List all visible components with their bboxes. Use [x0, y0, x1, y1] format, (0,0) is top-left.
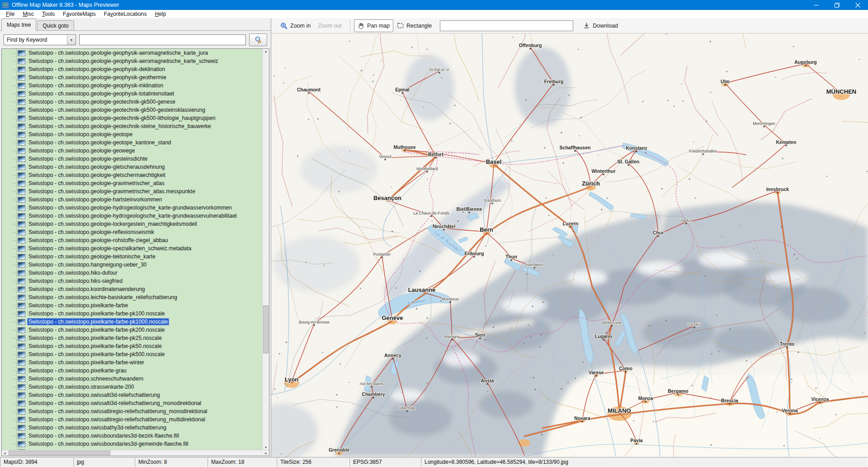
- scroll-left-icon[interactable]: ◄: [3, 452, 6, 455]
- tree-item[interactable]: Swisstopo - ch.swisstopo.pixelkarte-farb…: [2, 350, 262, 358]
- tree-item[interactable]: Swisstopo - ch.swisstopo.geologie-geophy…: [2, 73, 262, 81]
- minimize-button[interactable]: [806, 0, 826, 10]
- tree-item-label: Swisstopo - ch.swisstopo.geologie-gravim…: [27, 180, 166, 187]
- tree-item[interactable]: Swisstopo - ch.swisstopo.geologie-tekton…: [2, 253, 262, 261]
- map-city-label: Sion: [475, 332, 486, 338]
- tree-item[interactable]: Swisstopo - ch.swisstopo.pixelkarte-farb…: [2, 342, 262, 350]
- map-layer-icon: [18, 425, 25, 431]
- tree-item[interactable]: Swisstopo - ch.swisstopo.geologie-hydrog…: [2, 204, 262, 212]
- tree-item[interactable]: Swisstopo - ch.swisstopo.geologie-gravim…: [2, 179, 262, 187]
- tree-item[interactable]: Swisstopo - ch.swisstopo.pixelkarte-farb…: [2, 301, 262, 310]
- tree-item[interactable]: Swisstopo - ch.swisstopo.geologie-geotop…: [2, 130, 262, 138]
- tree-item[interactable]: Swisstopo - ch.swisstopo.hangneigung-ueb…: [2, 261, 262, 269]
- tree-item[interactable]: Swisstopo - ch.swisstopo.geologie-geophy…: [2, 57, 262, 65]
- menu-favoritelocations[interactable]: FavoriteLocations: [100, 10, 151, 18]
- map-layer-icon: [18, 75, 25, 81]
- chevron-down-icon[interactable]: ▼: [67, 35, 75, 45]
- tree-item[interactable]: Swisstopo - ch.swisstopo.geologie-gestei…: [2, 155, 262, 163]
- map-layer-icon: [18, 213, 25, 219]
- tree-vertical-scrollbar[interactable]: ▲ ▼: [262, 49, 269, 450]
- tree-item[interactable]: Swisstopo - ch.swisstopo.pixelkarte-farb…: [2, 334, 262, 342]
- scroll-up-icon[interactable]: ▲: [264, 50, 268, 53]
- tree-vscroll-thumb[interactable]: [263, 305, 269, 353]
- tree-item[interactable]: Swisstopo - ch.swisstopo.geologie-reflex…: [2, 228, 262, 236]
- zoom-out-button[interactable]: Zoom out: [314, 20, 345, 32]
- scroll-down-icon[interactable]: ▼: [264, 446, 268, 449]
- close-button[interactable]: [847, 0, 868, 10]
- map-layer-icon: [18, 352, 25, 357]
- pan-map-label: Pan map: [367, 23, 390, 29]
- tree-item[interactable]: Swisstopo - ch.swisstopo.hiks-siegfried: [2, 277, 262, 285]
- map-layer-icon: [18, 360, 25, 366]
- zoom-in-button[interactable]: Zoom in: [277, 19, 314, 32]
- tree-item[interactable]: Swisstopo - ch.swisstopo.swissboundaries…: [2, 440, 262, 448]
- tree-item-label: Swisstopo - ch.swisstopo.pixelkarte-farb…: [27, 302, 129, 309]
- map-toolbar-input[interactable]: [440, 20, 573, 31]
- tree-item[interactable]: Swisstopo - ch.swisstopo.schneeschuhwand…: [2, 375, 262, 383]
- search-input[interactable]: [79, 34, 246, 45]
- map-layer-icon: [18, 156, 25, 162]
- tree-item-label: Swisstopo - ch.swisstopo.swissalti3d-rel…: [27, 391, 161, 399]
- tree-item[interactable]: Swisstopo - ch.swisstopo.swissaltiregio-…: [2, 407, 262, 415]
- title-bar: Offline Map Maker 8.363 - Maps Previewer: [0, 0, 868, 10]
- tree-item[interactable]: Swisstopo - ch.swisstopo.swissalti3d-rel…: [2, 391, 262, 399]
- town-marker: [529, 48, 531, 49]
- find-mode-select[interactable]: Find by Keyword ▼: [4, 34, 76, 45]
- menu-tools[interactable]: Tools: [38, 10, 59, 18]
- tree-item[interactable]: Swisstopo - ch.swisstopo.strassenkarte-2…: [2, 383, 262, 391]
- menu-misc[interactable]: Misc: [19, 10, 38, 18]
- tree-item[interactable]: Swisstopo - ch.swisstopo.geologie-geotec…: [2, 122, 262, 130]
- tab-maps-tree[interactable]: Maps tree: [1, 19, 36, 31]
- tree-item[interactable]: Swisstopo - ch.swisstopo.geologie-geophy…: [2, 65, 262, 73]
- tree-item[interactable]: Swisstopo - ch.swisstopo.geologie-geotec…: [2, 114, 262, 122]
- tree-item[interactable]: Swisstopo - ch.swisstopo.geologie-gletsc…: [2, 163, 262, 171]
- tree-item[interactable]: Swisstopo - ch.swisstopo.pixelkarte-grau: [2, 367, 262, 375]
- menu-file[interactable]: File: [2, 10, 19, 18]
- tree-item[interactable]: Swisstopo - ch.swisstopo.geologie-geotec…: [2, 106, 262, 114]
- tree-item[interactable]: Swisstopo - ch.swisstopo.swissaltiregio-…: [2, 415, 262, 424]
- tree-item[interactable]: Swisstopo - ch.swisstopo.pixelkarte-farb…: [2, 326, 262, 334]
- tree-item[interactable]: Swisstopo - ch.swisstopo.swissboundaries…: [2, 432, 262, 440]
- map-city-label: Monza: [638, 396, 653, 401]
- tree-item[interactable]: Swisstopo - ch.swisstopo.geologie-spezia…: [2, 244, 262, 253]
- tree-guide: [13, 110, 17, 110]
- tree-item[interactable]: Swisstopo - ch.swisstopo.geologie-geophy…: [2, 90, 262, 98]
- tree-item[interactable]: Swisstopo - ch.swisstopo.geologie-hartst…: [2, 195, 262, 204]
- download-button[interactable]: Download: [580, 19, 622, 32]
- rectangle-button[interactable]: Rectangle: [393, 19, 435, 32]
- tree-item[interactable]: Swisstopo - ch.swisstopo.swissbathy3d-re…: [2, 424, 262, 432]
- search-button[interactable]: [249, 33, 267, 46]
- tree-guide: [13, 273, 17, 273]
- tree-item[interactable]: Swisstopo - ch.swisstopo.pixelkarte-farb…: [2, 358, 262, 367]
- tree-item[interactable]: Swisstopo - ch.swisstopo.swissalti3d-rel…: [2, 399, 262, 407]
- tree-item[interactable]: Swisstopo - ch.swisstopo.geologie-geotop…: [2, 138, 262, 147]
- tree-item[interactable]: Swisstopo - ch.swisstopo.geologie-geophy…: [2, 81, 262, 90]
- tree-horizontal-scrollbar[interactable]: ◄ ►: [2, 450, 269, 456]
- tree-item[interactable]: Swisstopo - ch.swisstopo.leichte-basiska…: [2, 293, 262, 301]
- tree-item[interactable]: Swisstopo - ch.swisstopo.hiks-dufour: [2, 269, 262, 277]
- restore-button[interactable]: [826, 0, 847, 10]
- tree-item[interactable]: Swisstopo - ch.swisstopo.geologie-rohsto…: [2, 236, 262, 244]
- tree-item[interactable]: Swisstopo - ch.swisstopo.geologie-geoweg…: [2, 147, 262, 155]
- tree-item[interactable]: Swisstopo - ch.swisstopo.geologie-locker…: [2, 220, 262, 228]
- tree-item[interactable]: Swisstopo - ch.swisstopo.geologie-geotec…: [2, 98, 262, 106]
- tree-item[interactable]: Swisstopo - ch.swisstopo.pixelkarte-farb…: [2, 318, 262, 326]
- tree-hscroll-thumb[interactable]: [9, 451, 110, 455]
- tree-item[interactable]: Swisstopo - ch.swisstopo.geologie-geophy…: [2, 49, 262, 57]
- tree-item[interactable]: Swisstopo - ch.swisstopo.geologie-gletsc…: [2, 171, 262, 179]
- tree-item[interactable]: Swisstopo - ch.swisstopo.pixelkarte-farb…: [2, 310, 262, 318]
- tree-item[interactable]: Swisstopo - ch.swisstopo.koordinatenaend…: [2, 285, 262, 293]
- status-cell: MapsID: 3894: [0, 457, 73, 467]
- maps-tree[interactable]: Swisstopo - ch.swisstopo.geologie-geophy…: [2, 49, 262, 450]
- menu-favoritemaps[interactable]: FavoriteMaps: [59, 10, 100, 18]
- map-viewport[interactable]: MÜNCHENMILANOZürichBaselBernGenèveLausan…: [271, 33, 868, 457]
- restore-icon: [835, 3, 840, 8]
- scroll-right-icon[interactable]: ►: [264, 452, 268, 455]
- menu-help[interactable]: Help: [151, 10, 170, 18]
- map-layer-icon: [18, 343, 25, 349]
- tree-item[interactable]: Swisstopo - ch.swisstopo.geologie-hydrog…: [2, 212, 262, 220]
- tab-quick-goto[interactable]: Quick goto: [37, 20, 74, 31]
- pan-map-button[interactable]: Pan map: [354, 19, 393, 32]
- tree-item[interactable]: Swisstopo - ch.swisstopo.geologie-gravim…: [2, 187, 262, 195]
- map-canvas[interactable]: MÜNCHENMILANOZürichBaselBernGenèveLausan…: [271, 33, 868, 457]
